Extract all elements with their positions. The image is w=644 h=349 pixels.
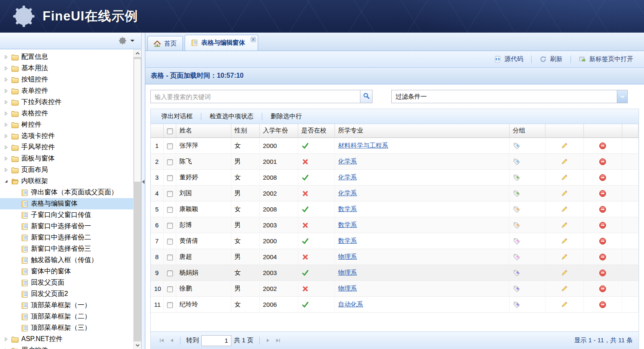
prev-page-button[interactable] [167,336,177,346]
search-input[interactable] [150,90,360,103]
search-button[interactable] [360,90,373,103]
sidebar-item-form[interactable]: 表单控件 [0,85,133,97]
sidebar-item-usercontrol[interactable]: 用户控件 [0,345,133,349]
sidebar-item-postback-parent-2[interactable]: 回发父页面2 [0,288,133,300]
column-header-year[interactable]: 入学年份 [259,124,298,138]
table-row[interactable]: 4 刘国 男 2002 化学系 [151,185,639,201]
delete-icon[interactable] [599,142,606,150]
major-link[interactable]: 材料科学与工程系 [338,142,388,149]
sidebar-item-top-menu-frame-1[interactable]: 顶部菜单框架（一） [0,300,133,311]
row-checkbox[interactable] [167,270,173,276]
edit-icon[interactable] [560,285,568,293]
edit-icon[interactable] [560,237,568,245]
sidebar-splitter[interactable] [141,33,145,349]
sidebar-item-basic[interactable]: 基本用法 [0,63,133,74]
sidebar-item-aspnet[interactable]: ASP.NET控件 [0,334,133,345]
table-row[interactable]: 7 黄倩倩 女 2000 数学系 [151,233,639,249]
table-row[interactable]: 6 彭博 男 2003 数学系 [151,217,639,233]
edit-icon[interactable] [560,142,568,150]
tab-home[interactable]: 首页 [147,36,183,51]
delete-icon[interactable] [599,174,606,181]
scrollbar-up-button[interactable] [134,49,141,57]
table-row[interactable]: 3 董婷婷 女 2008 化学系 [151,169,639,185]
sidebar-item-iframe[interactable]: 内联框架 [0,176,133,187]
delete-icon[interactable] [599,190,606,197]
settings-dropdown-caret-icon[interactable] [130,40,134,42]
next-page-button[interactable] [263,336,273,346]
delete-icon[interactable] [599,301,606,308]
sidebar-item-panel-window[interactable]: 面板与窗体 [0,153,133,164]
sidebar-item-postback-parent[interactable]: 回发父页面 [0,277,133,288]
edit-icon[interactable] [560,301,568,308]
table-row[interactable]: 8 唐超 男 2004 物理系 [151,249,639,265]
chevron-down-icon[interactable] [617,90,627,103]
select-all-header[interactable] [163,124,176,138]
major-link[interactable]: 自动化系 [338,301,363,308]
delete-icon[interactable] [599,253,606,261]
last-page-button[interactable] [273,336,283,346]
expand-collapsed-icon[interactable] [3,156,9,161]
table-row[interactable]: 2 陈飞 男 2001 化学系 [151,153,639,169]
sidebar-item-accordion[interactable]: 手风琴控件 [0,142,133,153]
row-checkbox[interactable] [167,302,173,308]
sidebar-item-tabs[interactable]: 选项卡控件 [0,130,133,142]
row-checkbox[interactable] [167,223,173,229]
collapse-sidebar-icon[interactable] [142,180,145,184]
column-header-in-school[interactable]: 是否在校 [298,124,335,138]
edit-icon[interactable] [560,206,568,213]
scrollbar-down-button[interactable] [134,341,141,349]
sidebar-item-button[interactable]: 按钮控件 [0,74,133,85]
edit-icon[interactable] [560,174,568,181]
column-header-name[interactable]: 姓名 [176,124,231,138]
page-number-input[interactable] [201,335,231,346]
tab-close-icon[interactable] [251,36,256,42]
delete-icon[interactable] [599,285,606,293]
expand-collapsed-icon[interactable] [3,99,9,105]
edit-icon[interactable] [560,158,568,166]
expand-collapsed-icon[interactable] [3,122,9,127]
column-header-major[interactable]: 所学专业 [335,124,509,138]
delete-icon[interactable] [599,269,606,277]
sidebar-item-dropdownlist[interactable]: 下拉列表控件 [0,97,133,108]
major-link[interactable]: 物理系 [338,269,357,276]
popup-dialog-button[interactable]: 弹出对话框 [154,112,200,120]
scrollbar-thumb[interactable] [134,59,141,182]
sidebar-item-tree[interactable]: 树控件 [0,119,133,130]
table-row[interactable]: 5 康颖颖 女 2008 数学系 [151,201,639,217]
expand-collapsed-icon[interactable] [3,88,9,94]
sidebar-item-top-menu-frame-3[interactable]: 顶部菜单框架（三） [0,322,133,334]
source-code-button[interactable]: 源代码 [488,54,529,65]
expand-collapsed-icon[interactable] [3,145,9,150]
open-new-tab-button[interactable]: 新标签页中打开 [573,54,639,65]
sidebar-item-window-in-window[interactable]: 窗体中的窗体 [0,266,133,277]
sidebar-item-select-province-3[interactable]: 新窗口中选择省份三 [0,243,133,255]
select-all-checkbox[interactable] [167,128,173,134]
row-checkbox[interactable] [167,255,173,260]
expand-expanded-icon[interactable] [3,178,9,184]
column-header-gender[interactable]: 性别 [231,124,259,138]
major-link[interactable]: 物理系 [338,285,357,292]
table-row[interactable]: 1 张萍萍 女 2000 材料科学与工程系 [151,138,639,153]
row-checkbox[interactable] [167,143,173,149]
sidebar-scrollbar[interactable] [133,49,141,349]
expand-collapsed-icon[interactable] [3,111,9,116]
row-checkbox[interactable] [167,207,173,213]
tab-grid-edit-window[interactable]: 表格与编辑窗体 [185,35,258,51]
row-checkbox[interactable] [167,239,173,245]
delete-icon[interactable] [599,158,606,166]
sidebar-item-select-province-1[interactable]: 新窗口中选择省份一 [0,221,133,232]
sidebar-item-child-to-parent[interactable]: 子窗口向父窗口传值 [0,209,133,221]
delete-icon[interactable] [599,206,606,213]
sidebar-item-config[interactable]: 配置信息 [0,51,133,63]
expand-collapsed-icon[interactable] [3,66,9,71]
delete-icon[interactable] [599,237,606,245]
sidebar-item-grid[interactable]: 表格控件 [0,108,133,119]
row-checkbox[interactable] [167,191,173,197]
first-page-button[interactable] [157,336,167,346]
sidebar-item-trigger-input[interactable]: 触发器输入框（传值） [0,255,133,266]
major-link[interactable]: 数学系 [338,221,357,228]
column-header-group[interactable]: 分组 [509,124,545,138]
edit-icon[interactable] [560,222,568,229]
expand-collapsed-icon[interactable] [3,336,9,342]
expand-collapsed-icon[interactable] [3,133,9,139]
